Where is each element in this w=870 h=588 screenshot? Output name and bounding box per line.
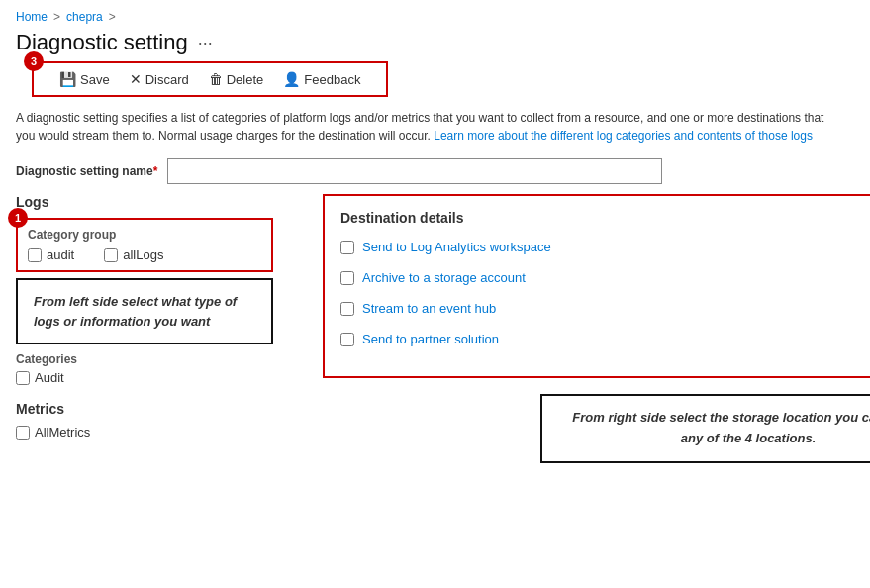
diagnostic-name-input[interactable] — [167, 158, 662, 184]
save-button[interactable]: 💾 Save — [49, 67, 120, 91]
dest-partner-checkbox[interactable] — [340, 333, 354, 346]
more-options-icon[interactable]: ··· — [198, 33, 213, 53]
breadcrumb-sep2: > — [109, 10, 116, 24]
breadcrumb: Home > chepra > — [0, 0, 870, 30]
audit-category-label: Audit — [35, 370, 64, 385]
toolbar: 3 💾 Save ✕ Discard 🗑 Delete 👤 Feedback — [32, 61, 388, 97]
discard-label: Discard — [145, 72, 189, 87]
delete-icon: 🗑 — [209, 71, 223, 87]
alllogs-checkbox-item[interactable]: allLogs — [104, 247, 163, 262]
destination-title: Destination details — [340, 210, 870, 226]
destination-tooltip: From right side select the storage locat… — [540, 394, 870, 463]
page-title: Diagnostic setting — [16, 30, 188, 55]
audit-label: audit — [47, 247, 74, 262]
allmetrics-item[interactable]: AllMetrics — [16, 425, 293, 440]
audit-category-checkbox[interactable] — [16, 371, 30, 385]
category-group-options: audit allLogs — [28, 247, 261, 262]
categories-section: Categories Audit — [16, 352, 293, 385]
discard-button[interactable]: ✕ Discard — [120, 67, 199, 91]
right-panel: 2 Destination details Send to Log Analyt… — [323, 194, 870, 463]
audit-category-item[interactable]: Audit — [16, 370, 293, 385]
alllogs-checkbox[interactable] — [104, 248, 118, 262]
metrics-section: Metrics AllMetrics — [16, 401, 293, 440]
categories-label: Categories — [16, 352, 293, 366]
destination-tooltip-text: From right side select the storage locat… — [572, 410, 870, 445]
category-group-label: Category group — [28, 228, 261, 242]
dest-event-hub-label: Stream to an event hub — [362, 301, 496, 316]
dest-event-hub[interactable]: Stream to an event hub — [340, 301, 870, 316]
save-icon: 💾 — [59, 71, 76, 87]
logs-tooltip: From left side select what type of logs … — [16, 278, 273, 344]
dest-storage-label: Archive to a storage account — [362, 270, 526, 285]
breadcrumb-chepra[interactable]: chepra — [66, 10, 103, 24]
description-text: A diagnostic setting specifies a list of… — [0, 105, 851, 154]
category-group-box: 1 Category group audit allLogs — [16, 218, 273, 272]
dest-partner-solution[interactable]: Send to partner solution — [340, 332, 870, 346]
diagnostic-name-section: Diagnostic setting name* — [0, 154, 870, 188]
breadcrumb-sep1: > — [53, 10, 60, 24]
discard-icon: ✕ — [130, 71, 142, 87]
audit-checkbox[interactable] — [28, 248, 42, 262]
breadcrumb-home[interactable]: Home — [16, 10, 48, 24]
dest-event-hub-checkbox[interactable] — [340, 302, 354, 316]
allmetrics-checkbox[interactable] — [16, 426, 30, 440]
audit-checkbox-item[interactable]: audit — [28, 247, 74, 262]
destination-box: 2 Destination details Send to Log Analyt… — [323, 194, 870, 378]
logs-section-title: Logs — [16, 194, 293, 210]
diagnostic-name-label: Diagnostic setting name* — [16, 164, 157, 178]
dest-storage-checkbox[interactable] — [340, 271, 354, 285]
delete-label: Delete — [227, 72, 264, 87]
feedback-icon: 👤 — [283, 71, 300, 87]
main-content: Logs 1 Category group audit allLogs From… — [0, 194, 870, 463]
dest-storage-account[interactable]: Archive to a storage account — [340, 270, 870, 285]
dest-log-analytics-checkbox[interactable] — [340, 241, 354, 254]
feedback-button[interactable]: 👤 Feedback — [273, 67, 370, 91]
feedback-label: Feedback — [304, 72, 360, 87]
description-link[interactable]: Learn more about the different log categ… — [434, 129, 813, 143]
metrics-title: Metrics — [16, 401, 293, 417]
alllogs-label: allLogs — [123, 247, 163, 262]
dest-partner-label: Send to partner solution — [362, 332, 499, 346]
allmetrics-label: AllMetrics — [35, 425, 90, 440]
dest-log-analytics[interactable]: Send to Log Analytics workspace — [340, 240, 870, 254]
dest-log-analytics-label: Send to Log Analytics workspace — [362, 240, 551, 254]
page-title-row: Diagnostic setting ··· — [0, 30, 870, 61]
toolbar-badge: 3 — [24, 51, 44, 71]
logs-tooltip-text: From left side select what type of logs … — [34, 294, 237, 329]
category-group-badge: 1 — [8, 208, 28, 228]
save-label: Save — [80, 72, 110, 87]
left-panel: Logs 1 Category group audit allLogs From… — [16, 194, 293, 463]
delete-button[interactable]: 🗑 Delete — [199, 67, 274, 91]
